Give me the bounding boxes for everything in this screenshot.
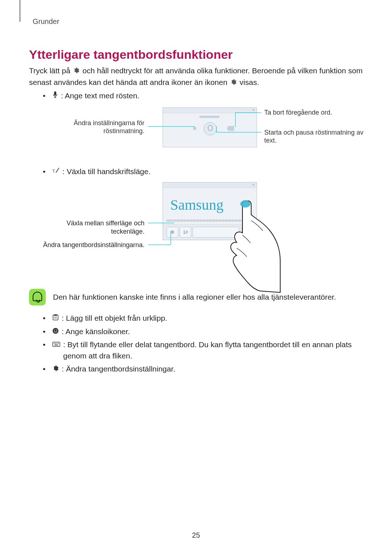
bullet-clipboard: • : Lägg till ett objekt från urklipp. — [43, 313, 363, 324]
intro-pre: Tryck lätt på — [29, 66, 72, 75]
bullet-handwriting-text: : Växla till handskriftsläge. — [62, 166, 151, 177]
gear-icon — [73, 66, 79, 77]
section-header: Grunder — [33, 17, 363, 26]
page-title: Ytterligare tangentbordsfunktioner — [29, 48, 363, 62]
bullet-voice-text: : Ange text med rösten. — [61, 90, 139, 101]
svg-rect-6 — [54, 315, 57, 316]
callout-line — [171, 231, 171, 245]
handwriting-icon: T — [52, 166, 60, 177]
bullet-emoji-text: : Ange känsloikoner. — [62, 326, 130, 337]
bullet-settings: • : Ändra tangentbordsinställningar. — [43, 364, 363, 374]
svg-rect-15 — [57, 343, 57, 344]
bullet-floating-keyboard: • : Byt till flytande eller delat tangen… — [43, 339, 363, 361]
bullet-dot: • — [43, 90, 49, 101]
svg-point-9 — [53, 328, 58, 334]
svg-point-10 — [54, 329, 55, 331]
callout-number-symbol: Växla mellan sifferläge och teckenläge. — [43, 219, 144, 235]
svg-rect-0 — [54, 91, 56, 95]
callout-line — [148, 245, 171, 245]
bullet-dot: • — [43, 339, 49, 350]
callout-voice-settings: Ändra inställningarna för röstinmatning. — [43, 119, 144, 135]
bullet-floating-text: : Byt till flytande eller delat tangentb… — [63, 339, 363, 361]
gear-icon — [230, 77, 237, 88]
keyboard-icon — [52, 339, 60, 350]
callout-line — [235, 112, 261, 113]
page: Grunder Ytterligare tangentbordsfunktion… — [0, 0, 392, 554]
bullet-voice: • : Ange text med rösten. — [43, 90, 363, 101]
voice-panel: × ⚙ — [163, 107, 257, 147]
intro-paragraph: Tryck lätt på och håll nedtryckt för att… — [29, 65, 363, 88]
emoji-icon — [52, 326, 59, 337]
callout-kb-settings: Ändra tangentbordsinställningarna. — [43, 241, 144, 249]
gear-icon — [52, 364, 59, 374]
backspace-icon — [227, 126, 234, 131]
sample-word: Samsung — [170, 196, 224, 213]
note-block: Den här funktionen kanske inte finns i a… — [29, 289, 363, 305]
bullet-emoji: • : Ange känsloikoner. — [43, 326, 363, 337]
svg-rect-17 — [54, 345, 58, 345]
panel-gear-icon: ⚙ — [193, 126, 197, 131]
margin-rule — [20, 0, 20, 22]
svg-rect-16 — [58, 343, 59, 344]
svg-rect-13 — [54, 343, 54, 344]
bullet-dot: • — [43, 364, 49, 374]
callout-line — [235, 112, 236, 127]
indent-block-1: • : Ange text med rösten. × ⚙ Ändra inst… — [43, 90, 363, 285]
callout-line — [148, 126, 195, 127]
close-icon: × — [252, 183, 254, 187]
callout-line — [148, 223, 174, 223]
bullet-dot: • — [43, 326, 49, 337]
svg-text:T: T — [52, 168, 55, 173]
mic-button-icon — [204, 122, 217, 135]
hand-illustration — [226, 199, 284, 293]
svg-point-11 — [56, 329, 57, 331]
clipboard-icon — [52, 313, 59, 324]
callout-delete-word: Ta bort föregående ord. — [264, 109, 332, 116]
figure-handwriting: × Samsung ⚙ 1# ↲ Växla mellan sifferläge… — [43, 180, 363, 285]
intro-post: visas. — [240, 78, 259, 86]
callout-line — [216, 126, 217, 132]
suggestion-pill — [199, 116, 220, 118]
kb-settings-icon: ⚙ — [167, 227, 178, 238]
panel-topbar: × — [163, 182, 257, 188]
figure-voice-input: × ⚙ Ändra inställningarna för röstinmatn… — [43, 105, 363, 160]
kb-number-mode-icon: 1# — [180, 227, 191, 238]
bullet-dot: • — [43, 313, 49, 324]
bullet-clipboard-text: : Lägg till ett objekt från urklipp. — [62, 313, 167, 324]
note-bell-icon — [29, 289, 46, 305]
mic-icon — [52, 90, 58, 101]
indent-block-2: • : Lägg till ett objekt från urklipp. •… — [43, 313, 363, 374]
callout-line — [216, 132, 261, 132]
svg-rect-14 — [55, 343, 56, 344]
bullet-handwriting: • T : Växla till handskriftsläge. — [43, 166, 363, 177]
page-number: 25 — [0, 531, 392, 539]
bullet-settings-text: : Ändra tangentbordsinställningar. — [62, 364, 175, 374]
svg-point-4 — [240, 200, 250, 208]
note-text: Den här funktionen kanske inte finns i a… — [53, 292, 336, 303]
bullet-dot: • — [43, 166, 49, 177]
close-icon: × — [252, 108, 254, 112]
callout-start-pause: Starta och pausa röstinmatning av text. — [264, 128, 373, 145]
svg-rect-12 — [53, 342, 60, 346]
